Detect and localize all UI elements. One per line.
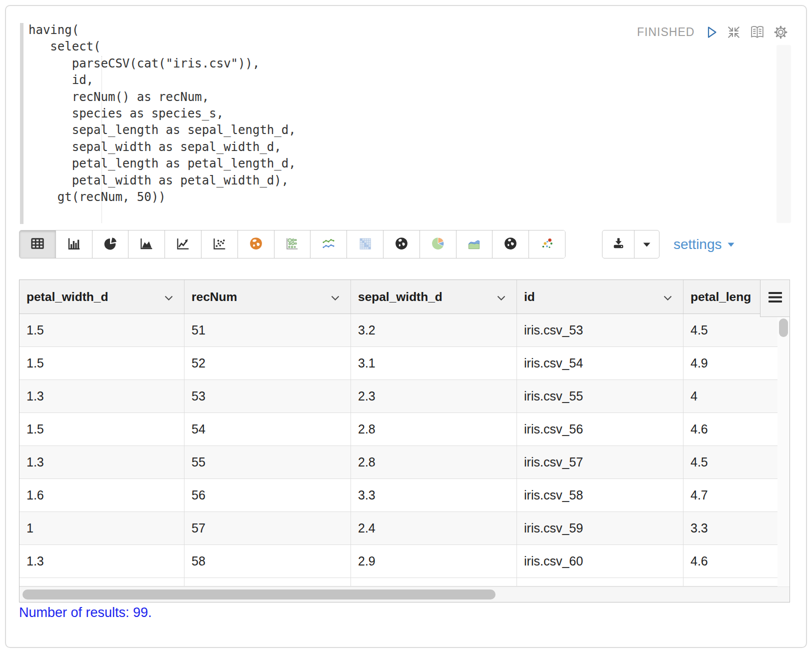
column-header-label: petal_width_d bbox=[26, 290, 108, 304]
gear-icon[interactable] bbox=[773, 24, 788, 40]
chevron-down-icon[interactable] bbox=[164, 290, 173, 304]
table-cell: 3.3 bbox=[684, 512, 790, 544]
bubble-chart-green-icon bbox=[284, 236, 300, 253]
collapse-icon[interactable] bbox=[726, 24, 742, 40]
table-row[interactable]: 1.5542.8iris.csv_564.6 bbox=[20, 413, 790, 446]
chevron-down-icon[interactable] bbox=[497, 290, 506, 304]
viz-button-heatmap-grid[interactable] bbox=[347, 230, 384, 258]
column-header-label: sepal_width_d bbox=[358, 290, 442, 304]
table-body: 1.5513.2iris.csv_534.51.5523.1iris.csv_5… bbox=[20, 314, 790, 586]
viz-button-line-chart[interactable] bbox=[165, 230, 202, 258]
line-chart-icon bbox=[176, 236, 190, 253]
viz-button-area-chart[interactable] bbox=[128, 230, 165, 258]
table-cell: 4.7 bbox=[684, 479, 790, 512]
hamburger-menu-icon bbox=[768, 292, 782, 304]
book-icon[interactable] bbox=[749, 24, 766, 40]
table-cell: iris.csv_58 bbox=[517, 479, 684, 512]
scatter-colored-icon bbox=[540, 236, 554, 253]
table-cell: 53 bbox=[184, 380, 351, 412]
table-cell: 3.3 bbox=[351, 479, 517, 512]
table-cell: iris.csv_56 bbox=[517, 413, 684, 446]
table-row[interactable]: 1.3582.9iris.csv_604.6 bbox=[20, 545, 790, 578]
column-header[interactable]: recNum bbox=[184, 280, 351, 314]
heatmap-grid-icon bbox=[358, 236, 372, 253]
table-cell: 4.5 bbox=[684, 446, 790, 478]
viz-button-pie-chart-colored[interactable] bbox=[420, 230, 456, 258]
table-cell: 54 bbox=[184, 413, 351, 446]
table-row[interactable]: 1.3532.3iris.csv_554 bbox=[20, 380, 790, 413]
table-cell: 4.5 bbox=[684, 314, 790, 346]
editor-gutter bbox=[20, 23, 24, 224]
column-header-label: petal_leng bbox=[690, 290, 751, 304]
settings-dropdown[interactable]: settings bbox=[674, 230, 734, 258]
table-row[interactable] bbox=[20, 578, 790, 586]
table-cell: iris.csv_57 bbox=[517, 446, 684, 478]
table-row[interactable]: 1.3552.8iris.csv_574.5 bbox=[20, 446, 790, 479]
viz-button-globe-black-1[interactable] bbox=[384, 230, 420, 258]
grid-menu-button[interactable] bbox=[760, 280, 790, 317]
viz-button-bar-chart[interactable] bbox=[56, 230, 92, 258]
status-badge: FINISHED bbox=[637, 26, 694, 39]
table-cell: 1.6 bbox=[20, 479, 184, 512]
chevron-down-icon[interactable] bbox=[664, 290, 672, 304]
editor-scrollbar[interactable] bbox=[776, 45, 791, 223]
caret-down-icon bbox=[728, 240, 734, 249]
paragraph-controls: FINISHED bbox=[637, 24, 788, 40]
results-count-text: Number of results: 99. bbox=[19, 605, 152, 620]
column-header[interactable]: petal_width_d bbox=[20, 280, 184, 314]
table-cell: 1.5 bbox=[20, 314, 184, 346]
viz-button-map-orange-globe[interactable] bbox=[238, 230, 274, 258]
table-cell: 4.6 bbox=[684, 545, 790, 578]
table-cell: 51 bbox=[184, 314, 351, 346]
code-editor[interactable]: having( select( parseCSV(cat("iris.csv")… bbox=[28, 22, 296, 206]
viz-button-scatter-colored[interactable] bbox=[529, 230, 565, 258]
table-cell bbox=[184, 578, 351, 586]
download-button[interactable] bbox=[602, 230, 634, 258]
table-cell: 58 bbox=[184, 545, 351, 578]
viz-button-globe-black-2[interactable] bbox=[492, 230, 529, 258]
table-cell: 2.9 bbox=[351, 545, 517, 578]
download-button-group bbox=[602, 230, 660, 258]
table-cell: 1.3 bbox=[20, 446, 184, 478]
horizontal-scrollbar-thumb[interactable] bbox=[22, 590, 496, 600]
viz-button-bubble-chart-green[interactable] bbox=[274, 230, 311, 258]
table-row[interactable]: 1572.4iris.csv_593.3 bbox=[20, 512, 790, 545]
vertical-scrollbar-track[interactable] bbox=[778, 314, 790, 586]
table-row[interactable]: 1.6563.3iris.csv_584.7 bbox=[20, 479, 790, 512]
chevron-down-icon[interactable] bbox=[331, 290, 340, 304]
table-cell bbox=[517, 578, 684, 586]
table-cell: iris.csv_60 bbox=[517, 545, 684, 578]
viz-button-area-chart-colored[interactable] bbox=[456, 230, 493, 258]
viz-button-scatter-chart[interactable] bbox=[202, 230, 238, 258]
table-cell: 1.5 bbox=[20, 347, 184, 380]
table-cell: iris.csv_54 bbox=[517, 347, 684, 380]
table-cell: 4 bbox=[684, 380, 790, 412]
visualization-toolbar bbox=[19, 230, 566, 258]
table-cell: iris.csv_59 bbox=[517, 512, 684, 544]
play-icon[interactable] bbox=[705, 25, 718, 40]
viz-button-multi-line-chart[interactable] bbox=[310, 230, 347, 258]
table-cell: 3.1 bbox=[351, 347, 517, 380]
area-chart-icon bbox=[139, 236, 154, 253]
table-cell: 2.3 bbox=[351, 380, 517, 412]
pie-chart-icon bbox=[102, 236, 118, 253]
scatter-chart-icon bbox=[212, 236, 227, 253]
column-header[interactable]: sepal_width_d bbox=[351, 280, 517, 314]
table-row[interactable]: 1.5513.2iris.csv_534.5 bbox=[20, 314, 790, 347]
multi-line-chart-icon bbox=[321, 236, 336, 253]
download-options-button[interactable] bbox=[634, 230, 659, 258]
table-cell: 55 bbox=[184, 446, 351, 478]
viz-button-pie-chart[interactable] bbox=[92, 230, 129, 258]
viz-button-table[interactable] bbox=[20, 230, 56, 258]
table-header-row: petal_width_d recNum sepal_width_d id pe… bbox=[20, 280, 790, 314]
table-cell: 2.4 bbox=[351, 512, 517, 544]
horizontal-scrollbar-track[interactable] bbox=[20, 586, 790, 602]
table-cell: 1 bbox=[20, 512, 184, 544]
column-header[interactable]: id bbox=[517, 280, 684, 314]
table-cell: 1.3 bbox=[20, 545, 184, 578]
table-cell: 57 bbox=[184, 512, 351, 544]
settings-label: settings bbox=[674, 236, 722, 252]
table-row[interactable]: 1.5523.1iris.csv_544.9 bbox=[20, 347, 790, 380]
table-cell: 3.2 bbox=[351, 314, 517, 346]
vertical-scrollbar-thumb[interactable] bbox=[779, 318, 788, 337]
